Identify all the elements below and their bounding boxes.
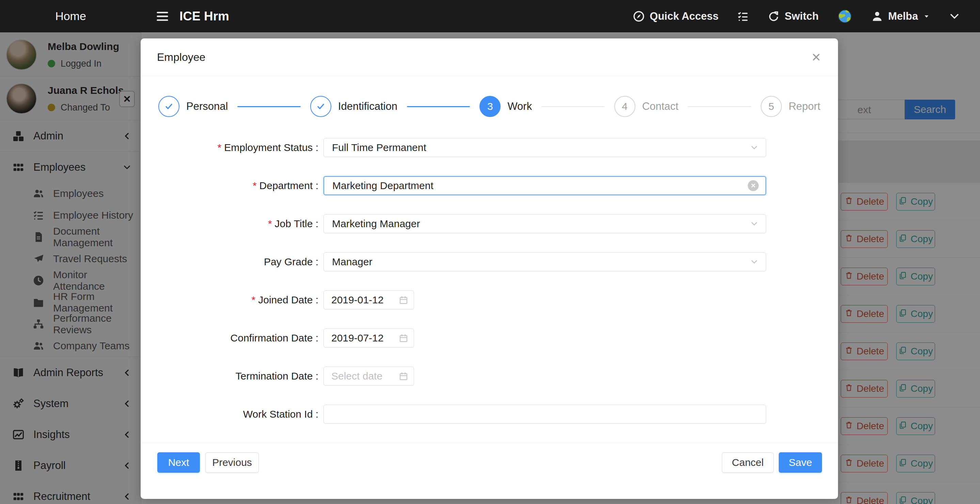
switch-icon (767, 10, 780, 22)
termination-date-date-input[interactable]: Select date (323, 367, 414, 386)
form-row-department: *Department :Marketing Department✕ (141, 176, 838, 195)
required-asterisk: * (253, 180, 257, 192)
employee-modal: Employee PersonalIdentification3Work4Con… (141, 38, 838, 499)
tasks-button[interactable] (737, 10, 749, 22)
employment-status-select[interactable]: Full Time Permanent (323, 138, 766, 157)
modal-title: Employee (157, 51, 811, 63)
select-value: Marketing Department (332, 180, 748, 192)
work-station-id-input[interactable] (323, 405, 766, 424)
department-select[interactable]: Marketing Department✕ (323, 176, 766, 195)
step-label: Contact (642, 100, 679, 113)
select-value: Full Time Permanent (332, 142, 749, 154)
step-report[interactable]: 5Report (761, 96, 820, 117)
field-label: Pay Grade : (141, 256, 318, 268)
calendar-icon (399, 295, 408, 305)
step-label: Identification (338, 100, 398, 113)
step-check-icon (310, 96, 331, 117)
step-identification[interactable]: Identification (310, 96, 398, 117)
step-check-icon (158, 96, 180, 117)
joined-date-date-input[interactable]: 2019-01-12 (323, 290, 414, 309)
step-number: 3 (479, 96, 501, 117)
pay-grade-select[interactable]: Manager (323, 252, 766, 271)
job-title-select[interactable]: Marketing Manager (323, 214, 766, 233)
quick-access-button[interactable]: Quick Access (633, 10, 719, 22)
step-connector (407, 106, 470, 107)
select-value: Manager (332, 256, 749, 268)
step-label: Work (508, 100, 532, 113)
user-icon (871, 10, 883, 22)
chevron-down-icon (749, 257, 759, 266)
form-row-termination-date: Termination Date :Select date (141, 367, 838, 386)
chevron-down-icon (749, 143, 759, 152)
form-row-joined-date: *Joined Date :2019-01-12 (141, 290, 838, 309)
task-list-icon (737, 10, 749, 22)
clear-icon[interactable]: ✕ (748, 180, 759, 191)
step-connector (541, 106, 605, 107)
form-row-job-title: *Job Title :Marketing Manager (141, 214, 838, 233)
step-work[interactable]: 3Work (479, 96, 532, 117)
calendar-icon (399, 371, 408, 381)
close-icon[interactable] (811, 52, 822, 63)
step-number: 5 (761, 96, 782, 117)
step-personal[interactable]: Personal (158, 96, 228, 117)
field-label: *Employment Status : (141, 142, 318, 154)
user-menu[interactable]: Melba (871, 10, 930, 22)
step-label: Personal (186, 100, 228, 113)
date-value: 2019-07-12 (331, 332, 399, 344)
language-button[interactable] (837, 8, 853, 24)
topbar: Home ICE Hrm Quick Access Switch Melba (0, 0, 980, 32)
required-asterisk: * (218, 142, 222, 154)
work-form: *Employment Status :Full Time Permanent*… (141, 138, 838, 424)
save-button[interactable]: Save (779, 452, 822, 473)
field-label: Confirmation Date : (141, 332, 318, 344)
field-label: *Job Title : (141, 218, 318, 230)
chevron-down-icon (749, 219, 759, 228)
confirmation-date-date-input[interactable]: 2019-07-12 (323, 328, 414, 347)
previous-button[interactable]: Previous (205, 452, 259, 473)
form-row-employment-status: *Employment Status :Full Time Permanent (141, 138, 838, 157)
calendar-icon (399, 333, 408, 343)
date-placeholder: Select date (331, 370, 399, 382)
step-contact[interactable]: 4Contact (614, 96, 679, 117)
compass-icon (633, 10, 645, 22)
step-number: 4 (614, 96, 635, 117)
step-connector (688, 106, 751, 107)
hamburger-menu-icon[interactable] (156, 10, 169, 23)
chevron-down-icon (949, 11, 960, 22)
select-value: Marketing Manager (332, 218, 749, 230)
collapse-header-button[interactable] (949, 11, 960, 22)
app-brand[interactable]: ICE Hrm (180, 9, 229, 24)
field-label: *Joined Date : (141, 294, 318, 306)
field-label: Work Station Id : (141, 409, 318, 420)
switch-button[interactable]: Switch (767, 10, 819, 22)
date-value: 2019-01-12 (331, 294, 399, 306)
step-connector (237, 106, 300, 107)
field-label: *Department : (141, 180, 318, 192)
form-row-confirmation-date: Confirmation Date :2019-07-12 (141, 328, 838, 347)
required-asterisk: * (268, 218, 272, 230)
globe-language-icon (837, 8, 853, 24)
required-asterisk: * (251, 294, 256, 306)
form-row-work-station-id: Work Station Id : (141, 405, 838, 424)
step-label: Report (789, 100, 820, 113)
cancel-button[interactable]: Cancel (722, 452, 774, 473)
home-link[interactable]: Home (0, 10, 141, 23)
wizard-steps: PersonalIdentification3Work4Contact5Repo… (158, 96, 820, 117)
form-row-pay-grade: Pay Grade :Manager (141, 252, 838, 271)
field-label: Termination Date : (141, 370, 318, 382)
next-button[interactable]: Next (158, 452, 200, 473)
caret-down-icon (923, 13, 930, 20)
